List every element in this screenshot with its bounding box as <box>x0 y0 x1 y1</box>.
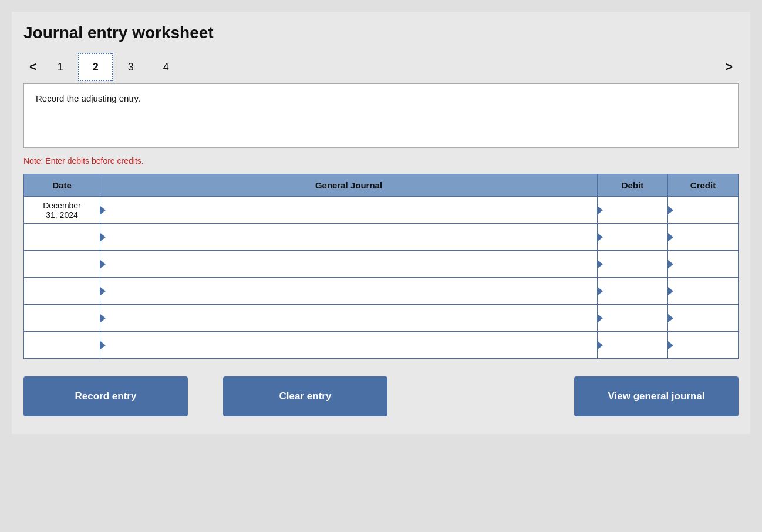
arrow-icon <box>668 233 673 241</box>
credit-input-4[interactable] <box>670 278 736 304</box>
instruction-box: Record the adjusting entry. <box>23 83 739 148</box>
journal-input-4[interactable] <box>103 278 595 304</box>
header-debit: Debit <box>598 174 668 197</box>
cell-journal-6[interactable] <box>100 332 598 359</box>
header-date: Date <box>24 174 100 197</box>
debit-input-1[interactable] <box>600 197 665 223</box>
journal-input-5[interactable] <box>103 305 595 331</box>
debit-input-2[interactable] <box>600 224 665 250</box>
nav-step-4[interactable]: 4 <box>149 53 184 81</box>
table-row <box>24 224 739 251</box>
cell-date-6 <box>24 332 100 359</box>
debit-input-6[interactable] <box>600 332 665 358</box>
cell-journal-3[interactable] <box>100 251 598 278</box>
cell-debit-1[interactable] <box>598 197 668 224</box>
nav-step-2[interactable]: 2 <box>78 53 113 81</box>
journal-input-2[interactable] <box>103 224 595 250</box>
arrow-icon <box>598 341 603 349</box>
nav-step-1[interactable]: 1 <box>43 53 78 81</box>
cell-date-2 <box>24 224 100 251</box>
instruction-text: Record the adjusting entry. <box>36 93 140 103</box>
debit-input-3[interactable] <box>600 251 665 277</box>
arrow-icon <box>668 287 673 295</box>
debit-input-4[interactable] <box>600 278 665 304</box>
arrow-icon <box>668 341 673 349</box>
arrow-icon <box>598 287 603 295</box>
arrow-icon <box>668 314 673 322</box>
view-general-journal-button[interactable]: View general journal <box>574 376 739 416</box>
cell-credit-6[interactable] <box>668 332 739 359</box>
main-container: Journal entry worksheet < 1 2 3 4 > Reco… <box>12 12 750 434</box>
arrow-icon <box>668 260 673 268</box>
cell-debit-4[interactable] <box>598 278 668 305</box>
nav-row: < 1 2 3 4 > <box>23 53 739 81</box>
table-row <box>24 278 739 305</box>
cell-credit-1[interactable] <box>668 197 739 224</box>
cell-date-5 <box>24 305 100 332</box>
header-journal: General Journal <box>100 174 598 197</box>
arrow-icon <box>100 287 106 295</box>
header-credit: Credit <box>668 174 739 197</box>
arrow-icon <box>598 206 603 214</box>
cell-credit-3[interactable] <box>668 251 739 278</box>
note-text: Note: Enter debits before credits. <box>23 156 739 166</box>
page-title: Journal entry worksheet <box>23 23 739 42</box>
clear-entry-button[interactable]: Clear entry <box>223 376 387 416</box>
journal-input-1[interactable] <box>103 197 595 223</box>
cell-journal-2[interactable] <box>100 224 598 251</box>
cell-credit-2[interactable] <box>668 224 739 251</box>
arrow-icon <box>100 314 106 322</box>
nav-step-3[interactable]: 3 <box>113 53 149 81</box>
credit-input-5[interactable] <box>670 305 736 331</box>
buttons-row: Record entry Clear entry View general jo… <box>23 376 739 416</box>
credit-input-1[interactable] <box>670 197 736 223</box>
table-row: December31, 2024 <box>24 197 739 224</box>
cell-journal-4[interactable] <box>100 278 598 305</box>
arrow-icon <box>598 260 603 268</box>
next-arrow[interactable]: > <box>719 56 739 78</box>
arrow-icon <box>100 341 106 349</box>
cell-debit-3[interactable] <box>598 251 668 278</box>
cell-credit-4[interactable] <box>668 278 739 305</box>
cell-date-4 <box>24 278 100 305</box>
cell-date-1: December31, 2024 <box>24 197 100 224</box>
arrow-icon <box>100 260 106 268</box>
record-entry-button[interactable]: Record entry <box>23 376 188 416</box>
arrow-icon <box>598 233 603 241</box>
journal-input-6[interactable] <box>103 332 595 358</box>
arrow-icon <box>100 206 106 214</box>
cell-debit-5[interactable] <box>598 305 668 332</box>
cell-journal-5[interactable] <box>100 305 598 332</box>
cell-debit-6[interactable] <box>598 332 668 359</box>
table-row <box>24 251 739 278</box>
cell-journal-1[interactable] <box>100 197 598 224</box>
credit-input-3[interactable] <box>670 251 736 277</box>
arrow-icon <box>100 233 106 241</box>
journal-table: Date General Journal Debit Credit Decemb… <box>23 174 739 359</box>
arrow-icon <box>668 206 673 214</box>
arrow-icon <box>598 314 603 322</box>
cell-debit-2[interactable] <box>598 224 668 251</box>
cell-date-3 <box>24 251 100 278</box>
credit-input-2[interactable] <box>670 224 736 250</box>
table-row <box>24 332 739 359</box>
debit-input-5[interactable] <box>600 305 665 331</box>
cell-credit-5[interactable] <box>668 305 739 332</box>
journal-input-3[interactable] <box>103 251 595 277</box>
table-row <box>24 305 739 332</box>
credit-input-6[interactable] <box>670 332 736 358</box>
prev-arrow[interactable]: < <box>23 56 43 78</box>
